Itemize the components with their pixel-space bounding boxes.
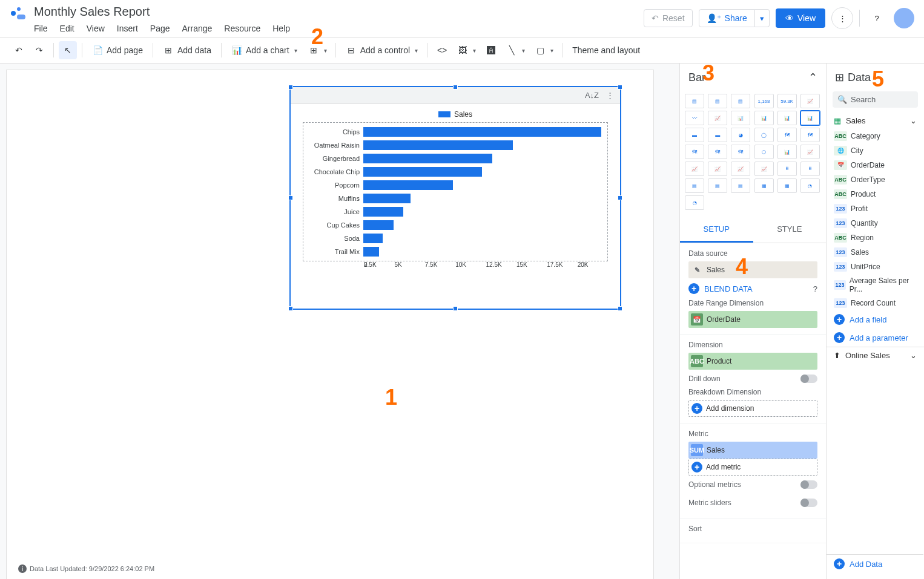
bar[interactable] — [363, 154, 492, 163]
chart-type-option[interactable]: ▤ — [708, 178, 727, 193]
field-row[interactable]: ABCProduct — [827, 187, 924, 201]
chart-type-option[interactable]: 🗺 — [685, 145, 704, 159]
field-row[interactable]: 📅OrderDate — [827, 158, 924, 172]
add-metric-chip[interactable]: +Add metric — [688, 459, 817, 476]
field-row[interactable]: 123Average Sales per Pr... — [827, 274, 924, 296]
text-button[interactable]: 🅰 — [482, 41, 500, 59]
chart-type-option[interactable]: ▤ — [685, 94, 704, 108]
chart-type-option[interactable]: 🗺 — [800, 128, 820, 142]
chart-type-option[interactable]: ⬡ — [754, 145, 774, 159]
chart-type-option[interactable]: ▬ — [708, 128, 727, 142]
bar[interactable] — [363, 140, 513, 150]
chart-type-option[interactable]: ⠿ — [777, 162, 797, 176]
chart-type-option[interactable]: ◯ — [754, 128, 774, 142]
field-row[interactable]: 🌐City — [827, 143, 924, 158]
field-row[interactable]: ABCCategory — [827, 129, 924, 143]
field-row[interactable]: 123Profit — [827, 201, 924, 216]
field-row[interactable]: ABCRegion — [827, 231, 924, 245]
tab-style[interactable]: STYLE — [753, 217, 827, 243]
chart-type-option[interactable]: 📈 — [800, 145, 820, 159]
bar[interactable] — [363, 207, 403, 217]
bar[interactable] — [363, 247, 379, 257]
chart-type-option[interactable]: ▬ — [685, 128, 704, 142]
image-button[interactable]: 🖼▾ — [454, 41, 480, 59]
field-row[interactable]: 123Quantity — [827, 216, 924, 231]
selection-tool[interactable]: ↖ — [59, 41, 77, 59]
shape-button[interactable]: ▢▾ — [531, 41, 557, 59]
tab-setup[interactable]: SETUP — [680, 217, 753, 243]
add-parameter-link[interactable]: +Add a parameter — [827, 329, 924, 347]
menu-help[interactable]: Help — [272, 24, 290, 33]
share-button[interactable]: 👤⁺Share — [699, 9, 755, 27]
undo-button[interactable]: ↶ — [10, 41, 28, 59]
search-input[interactable]: 🔍Search — [833, 91, 918, 108]
chart-type-option[interactable]: 📊 — [754, 111, 774, 125]
collapse-icon[interactable]: ⌃ — [808, 71, 817, 84]
chart-type-option[interactable]: 📈 — [800, 94, 820, 108]
add-page-button[interactable]: 📄Add page — [87, 41, 148, 59]
add-chart-button[interactable]: 📊Add a chart▾ — [226, 41, 302, 59]
share-dropdown[interactable]: ▾ — [755, 9, 770, 27]
chart-type-option[interactable]: ▤ — [685, 178, 704, 193]
chart-type-option[interactable]: ◕ — [731, 128, 750, 142]
sort-icon[interactable]: A↓Z — [585, 91, 599, 100]
menu-resource[interactable]: Resource — [224, 24, 260, 33]
bar[interactable] — [363, 220, 394, 230]
bar[interactable] — [363, 234, 383, 243]
chart-type-option[interactable]: 🗺 — [777, 128, 797, 142]
chart-type-option[interactable]: ⠿ — [800, 162, 820, 176]
menu-file[interactable]: File — [34, 24, 48, 33]
chart-type-option[interactable]: ▤ — [731, 94, 750, 108]
add-control-button[interactable]: ⊟Add a control▾ — [341, 41, 423, 59]
chart-type-option[interactable]: 1,168 — [754, 94, 774, 108]
chart-type-option[interactable]: 🗺 — [708, 145, 727, 159]
bar[interactable] — [363, 180, 453, 190]
field-row[interactable]: 123Sales — [827, 245, 924, 260]
bar-chart-object[interactable]: A↓Z ⋮ Sales ChipsOatmeal RaisinGingerbre… — [289, 86, 621, 310]
data-source-row[interactable]: ▦Sales⌄ — [827, 113, 924, 129]
menu-edit[interactable]: Edit — [60, 24, 74, 33]
chart-type-option[interactable]: ◔ — [800, 178, 820, 193]
chart-type-option[interactable]: 📈 — [731, 162, 750, 176]
chart-type-option[interactable]: ◔ — [685, 195, 704, 210]
reset-button[interactable]: ↶Reset — [644, 9, 693, 27]
online-sales-row[interactable]: ⬆Online Sales⌄ — [827, 347, 924, 364]
menu-arrange[interactable]: Arrange — [182, 24, 213, 33]
drill-down-toggle[interactable] — [800, 375, 817, 383]
data-source-chip[interactable]: ✎Sales — [688, 261, 817, 278]
bar[interactable] — [363, 194, 411, 203]
chart-type-option[interactable]: ▦ — [754, 178, 774, 193]
optional-metrics-toggle[interactable] — [800, 480, 817, 489]
theme-layout-button[interactable]: Theme and layout — [567, 42, 645, 59]
metric-sliders-toggle[interactable] — [800, 499, 817, 507]
field-row[interactable]: 123UnitPrice — [827, 260, 924, 274]
add-data-footer[interactable]: +Add Data — [827, 554, 923, 573]
chart-type-option[interactable]: 📊 — [777, 111, 797, 125]
chart-type-option[interactable]: 📊 — [731, 111, 750, 125]
report-canvas[interactable]: A↓Z ⋮ Sales ChipsOatmeal RaisinGingerbre… — [6, 70, 654, 579]
add-dimension-chip[interactable]: +Add dimension — [688, 400, 817, 417]
canvas-area[interactable]: A↓Z ⋮ Sales ChipsOatmeal RaisinGingerbre… — [0, 64, 679, 579]
blend-data-link[interactable]: BLEND DATA — [704, 284, 753, 293]
url-embed-button[interactable]: <> — [433, 41, 451, 59]
chart-type-option[interactable]: 📈 — [685, 162, 704, 176]
view-button[interactable]: 👁View — [776, 8, 825, 28]
bar[interactable] — [363, 167, 482, 177]
chart-type-option[interactable]: ▤ — [708, 94, 727, 108]
chart-type-option[interactable]: ▦ — [777, 178, 797, 193]
chart-type-option[interactable]: 📊 — [777, 145, 797, 159]
chart-type-option[interactable]: 59.3K — [777, 94, 797, 108]
metric-chip[interactable]: SUMSales — [688, 442, 817, 459]
chart-type-option[interactable]: 📈 — [754, 162, 774, 176]
field-row[interactable]: 123Record Count — [827, 296, 924, 310]
redo-button[interactable]: ↷ — [30, 41, 48, 59]
chart-type-option[interactable]: 🗺 — [731, 145, 750, 159]
line-button[interactable]: ╲▾ — [503, 41, 529, 59]
add-data-button[interactable]: ⊞Add data — [158, 41, 216, 59]
menu-insert[interactable]: Insert — [117, 24, 138, 33]
menu-page[interactable]: Page — [150, 24, 170, 33]
menu-view[interactable]: View — [87, 24, 105, 33]
dimension-chip[interactable]: ABCProduct — [688, 353, 817, 370]
add-field-link[interactable]: +Add a field — [827, 310, 924, 329]
help-icon[interactable]: ? — [813, 284, 817, 293]
